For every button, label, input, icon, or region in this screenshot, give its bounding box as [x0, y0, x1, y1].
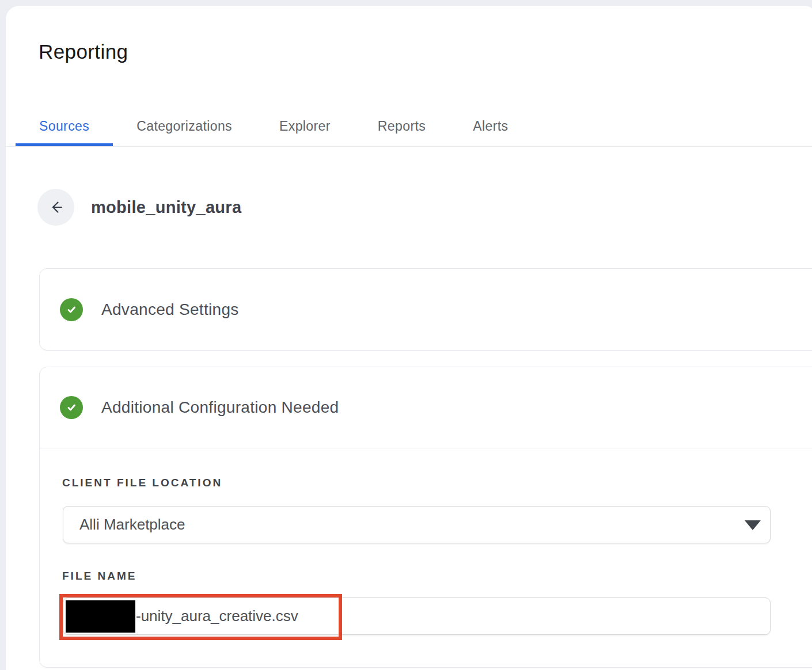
- file-name-label: FILE NAME: [62, 570, 136, 583]
- reporting-page: Reporting Sources Categorizations Explor…: [6, 6, 812, 670]
- additional-configuration-card: Additional Configuration Needed CLIENT F…: [39, 367, 812, 668]
- tab-bar: Sources Categorizations Explorer Reports…: [6, 106, 812, 147]
- chevron-down-icon: [745, 520, 761, 530]
- additional-configuration-header[interactable]: Additional Configuration Needed: [40, 367, 812, 448]
- tab-alerts[interactable]: Alerts: [449, 106, 532, 146]
- source-name-title: mobile_unity_aura: [91, 189, 241, 226]
- advanced-settings-header[interactable]: Advanced Settings: [40, 269, 812, 350]
- client-file-location-select[interactable]: Alli Marketplace: [63, 506, 771, 543]
- client-file-location-label: CLIENT FILE LOCATION: [62, 477, 222, 489]
- tab-reports[interactable]: Reports: [354, 106, 449, 146]
- tab-sources[interactable]: Sources: [16, 106, 113, 146]
- tab-categorizations[interactable]: Categorizations: [113, 106, 256, 146]
- back-button[interactable]: [37, 189, 74, 226]
- redaction-box: [66, 600, 135, 633]
- file-name-input[interactable]: -unity_aura_creative.csv: [63, 597, 771, 635]
- tab-explorer[interactable]: Explorer: [256, 106, 354, 146]
- file-name-value: -unity_aura_creative.csv: [136, 607, 298, 625]
- client-file-location-value: Alli Marketplace: [79, 516, 185, 534]
- arrow-left-icon: [47, 199, 64, 216]
- advanced-settings-card: Advanced Settings: [39, 268, 812, 351]
- page-title: Reporting: [39, 40, 128, 63]
- check-circle-icon: [60, 298, 83, 321]
- section-title: Advanced Settings: [101, 300, 239, 319]
- check-circle-icon: [60, 396, 83, 419]
- section-title: Additional Configuration Needed: [101, 398, 339, 417]
